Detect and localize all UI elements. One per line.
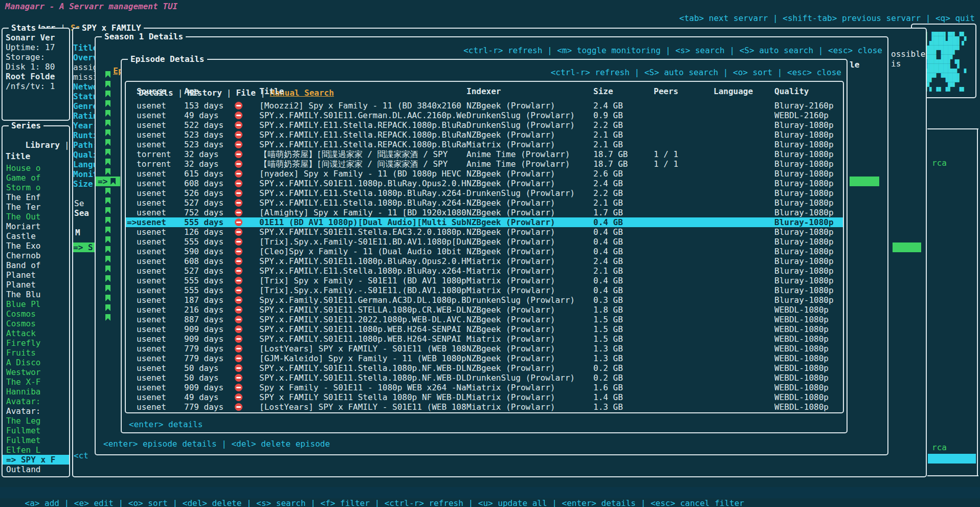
episode-row-fragment[interactable] — [96, 313, 120, 322]
search-result-row[interactable]: usenet 608 days SPY.x.FAMILY.S01E11.1080… — [126, 256, 843, 266]
search-result-row[interactable]: usenet 887 days SPY.x.FAMILY.S01E11.2022… — [126, 315, 843, 324]
selected-season-row-fragment[interactable]: => S — [73, 243, 95, 252]
episode-row-fragment[interactable] — [96, 108, 120, 118]
search-result-row[interactable]: usenet 522 days SPY.x.FAMILY.E11.Stella.… — [126, 120, 843, 130]
series-list-item[interactable]: Fullmet — [3, 435, 69, 445]
episode-row-fragment[interactable] — [96, 196, 120, 206]
tab-library[interactable]: Library| — [6, 130, 70, 140]
search-result-row[interactable]: usenet 615 days [nyadex] Spy x Family - … — [126, 169, 843, 179]
search-result-row[interactable]: usenet 555 days [Trix].Spy.x.Family-S01E… — [126, 237, 843, 247]
search-result-row[interactable]: usenet 909 days SPY.x.FAMILY.S01E11.1080… — [126, 324, 843, 334]
episode-row-fragment[interactable] — [96, 235, 120, 245]
result-title: 01E11 (BD AV1 1080p)[Dual Audio][Multi S… — [259, 217, 466, 227]
search-result-row[interactable]: usenet 523 days SPY.x.FAMILY.E11.Stella.… — [126, 140, 843, 149]
series-list-item[interactable]: Elfen L — [3, 445, 69, 455]
series-list-item[interactable]: Chernob — [3, 251, 69, 260]
search-result-row[interactable]: usenet 909 days Spy x Family - S01E11 - … — [126, 383, 843, 392]
result-title: SPY.x.FAMILY.S01E11.1080p.BluRay.Opus2.0… — [259, 179, 466, 188]
episode-row-fragment[interactable] — [96, 186, 120, 196]
search-result-row[interactable]: usenet 126 days SPY.X.FAMILY.S01E11.Stel… — [126, 227, 843, 237]
series-list-item[interactable]: Game of — [3, 173, 69, 183]
search-result-row[interactable]: usenet 555 days [Trix].Spy.x.Family.-.S0… — [126, 285, 843, 295]
search-result-row[interactable]: usenet 779 days [GJM-Kaleido] Spy x Fami… — [126, 354, 843, 363]
episode-row-fragment[interactable]: => — [96, 177, 120, 186]
series-list-item[interactable]: Blue Pl — [3, 299, 69, 309]
series-list-item[interactable]: Attack — [3, 328, 69, 338]
episode-row-fragment[interactable] — [96, 293, 120, 303]
episode-row-fragment[interactable] — [96, 167, 120, 177]
series-list-item[interactable]: The X-F — [3, 377, 69, 387]
episode-row-fragment[interactable] — [96, 138, 120, 147]
series-list-item[interactable]: Storm o — [3, 183, 69, 192]
episode-row-fragment[interactable] — [96, 303, 120, 313]
series-list-item[interactable]: Fruits — [3, 348, 69, 358]
search-result-row[interactable]: torrent 32 days 【喵萌奶茶屋】[间谍过家家 / 间谍家家酒 / … — [126, 159, 843, 169]
series-list-item[interactable]: The Enf — [3, 192, 69, 202]
series-list-item[interactable]: Avatar: — [3, 396, 69, 406]
series-list-item[interactable]: Band of — [3, 260, 69, 270]
series-list-item[interactable]: Westwor — [3, 367, 69, 377]
search-result-row[interactable]: usenet 49 days SPY x FAMILY S01E11 Stell… — [126, 392, 843, 402]
search-result-row[interactable]: usenet 527 days SPY.x.FAMILY.E11.Stella.… — [126, 266, 843, 276]
search-result-row[interactable]: usenet 779 days [LostYears] SPY x FAMILY… — [126, 402, 843, 412]
search-result-row[interactable]: usenet 555 days [Trix] Spy x Family - S0… — [126, 276, 843, 285]
series-list-item[interactable]: Avatar: — [3, 406, 69, 416]
search-result-row[interactable]: usenet 216 days SPY.x.FAMILY.S01E11.STEL… — [126, 305, 843, 315]
search-result-row[interactable]: usenet 153 days [Moozzi2] Spy x Family -… — [126, 101, 843, 111]
series-list-item[interactable]: The Out — [3, 212, 69, 222]
search-result-row[interactable]: usenet 50 days SPY.x.FAMILY.S01E11.Stell… — [126, 363, 843, 373]
series-list-item[interactable]: The Blu — [3, 290, 69, 299]
series-list-item[interactable]: => SPY x F — [3, 455, 69, 465]
rejected-icon — [235, 345, 242, 352]
series-list-item[interactable]: The Leg — [3, 416, 69, 426]
series-list-item[interactable]: The Exo — [3, 241, 69, 251]
series-list-item[interactable]: Planet — [3, 270, 69, 280]
search-result-row[interactable]: usenet 527 days SPY.x.FAMILY.E11.Stella.… — [126, 198, 843, 208]
episode-row-fragment[interactable] — [96, 118, 120, 128]
episode-row-fragment[interactable] — [96, 254, 120, 264]
series-list-item[interactable]: Fullmet — [3, 426, 69, 435]
episode-row-fragment[interactable] — [96, 215, 120, 225]
result-rejected-cell — [234, 130, 259, 140]
search-result-row[interactable]: usenet 50 days SPY.x.FAMILY.S01E11.Stell… — [126, 373, 843, 383]
series-list-item[interactable]: A Disco — [3, 358, 69, 367]
series-list-item[interactable]: Cosmos — [3, 309, 69, 319]
series-list-item[interactable]: Castle — [3, 231, 69, 241]
search-result-row[interactable]: usenet 523 days SPY.x.FAMILY.E11.Stella.… — [126, 130, 843, 140]
episode-row-fragment[interactable] — [96, 206, 120, 215]
episode-row-fragment[interactable] — [96, 283, 120, 293]
search-result-row[interactable]: usenet 608 days SPY.x.FAMILY.S01E11.1080… — [126, 179, 843, 188]
series-list-item[interactable]: House o — [3, 163, 69, 173]
episode-row-fragment[interactable] — [96, 264, 120, 274]
series-list-item[interactable]: Planet — [3, 280, 69, 290]
series-list-item[interactable]: Hanniba — [3, 387, 69, 396]
search-result-row[interactable]: => usenet 555 days 01E11 (BD AV1 1080p)[… — [126, 217, 843, 227]
series-list-item[interactable]: Outland — [3, 465, 69, 474]
episode-row-fragment[interactable] — [96, 157, 120, 167]
search-result-row[interactable]: usenet 909 days SPY.x.FAMILY.S01E11.1080… — [126, 334, 843, 344]
episode-row-fragment[interactable] — [96, 274, 120, 283]
search-result-row[interactable]: torrent 32 days 【喵萌奶茶屋】[間諜過家家 / 間諜家家酒 / … — [126, 149, 843, 159]
search-result-row[interactable]: usenet 590 days [Cleo]Spy x Family - 11 … — [126, 247, 843, 256]
episode-row-fragment[interactable] — [96, 245, 120, 254]
search-result-row[interactable]: usenet 187 days Spy.x.Family.S01E11.Germ… — [126, 295, 843, 305]
search-result-row[interactable]: usenet 752 days [Almighty] Spy x Family … — [126, 208, 843, 217]
series-list-item[interactable]: Cosmos — [3, 319, 69, 328]
episode-row-fragment[interactable] — [96, 225, 120, 235]
episode-row-fragment[interactable] — [96, 70, 120, 79]
episode-row-fragment[interactable] — [96, 89, 120, 99]
episode-row-fragment[interactable] — [96, 99, 120, 108]
result-indexer: NZBgeek (Prowlarr) — [466, 130, 593, 140]
episode-row-fragment[interactable] — [96, 128, 120, 138]
series-list-item[interactable]: The Ter — [3, 202, 69, 212]
series-list-item[interactable]: Firefly — [3, 338, 69, 348]
episode-row-fragment[interactable] — [96, 79, 120, 89]
monitored-icon — [105, 100, 110, 107]
series-list-item[interactable]: Moriart — [3, 222, 69, 231]
result-source: usenet — [137, 383, 184, 392]
search-result-row[interactable]: usenet 526 days SPY.x.FAMILY.E11.Stella.… — [126, 188, 843, 198]
rejected-icon — [235, 248, 242, 255]
search-result-row[interactable]: usenet 779 days [LostYears] SPY x FAMILY… — [126, 344, 843, 354]
episode-row-fragment[interactable] — [96, 147, 120, 157]
search-result-row[interactable]: usenet 49 days SPY.x.FAMILY.S01E11.Germa… — [126, 111, 843, 120]
